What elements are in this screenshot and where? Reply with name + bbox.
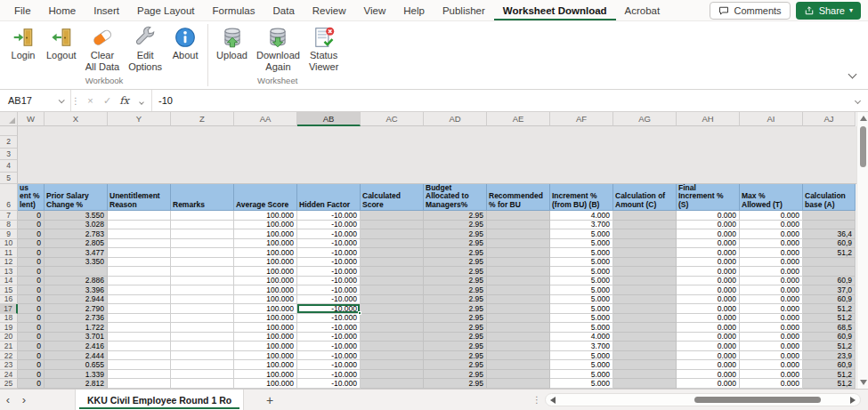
cell-AA7[interactable]: 100.000 bbox=[234, 211, 297, 221]
row-header-21[interactable]: 21 bbox=[0, 342, 18, 351]
cell-AJ23[interactable]: 60,9 bbox=[803, 360, 856, 370]
insert-function-chevron-icon[interactable] bbox=[133, 95, 150, 106]
cell-AF9[interactable]: 5.000 bbox=[550, 229, 613, 239]
cell-AH8[interactable]: 0.000 bbox=[677, 221, 740, 230]
cell-Z11[interactable] bbox=[171, 248, 234, 258]
cell-AJ11[interactable]: 51,2 bbox=[803, 248, 856, 258]
column-header-AC[interactable]: AC bbox=[361, 112, 424, 126]
cell-AF14[interactable]: 5.000 bbox=[550, 277, 613, 286]
cell-AJ21[interactable]: 51,2 bbox=[803, 342, 856, 351]
cell-AG14[interactable] bbox=[613, 277, 677, 286]
cell-AG9[interactable] bbox=[613, 229, 677, 239]
tab-page-layout[interactable]: Page Layout bbox=[128, 0, 204, 20]
cell-X24[interactable]: 1.339 bbox=[45, 370, 108, 380]
edit-button[interactable]: Edit Options bbox=[125, 24, 166, 72]
cell-W12[interactable]: 0 bbox=[18, 258, 45, 268]
ribbon-collapse-chevron-icon[interactable] bbox=[849, 65, 856, 81]
cell-X19[interactable]: 1.722 bbox=[45, 323, 108, 333]
header-cell-AJ[interactable]: Calculation base (A) bbox=[803, 184, 856, 211]
cell-Y13[interactable] bbox=[108, 267, 171, 277]
cell-AG8[interactable] bbox=[613, 221, 677, 230]
cell-AB18[interactable]: -10.000 bbox=[297, 314, 361, 324]
name-box[interactable]: AB17 bbox=[0, 90, 71, 111]
horizontal-scrollbar[interactable] bbox=[545, 393, 861, 406]
tab-file[interactable]: File bbox=[5, 0, 40, 20]
row-header-18[interactable]: 18 bbox=[0, 314, 18, 324]
cell-AI12[interactable]: 0.000 bbox=[740, 258, 803, 268]
column-header-Z[interactable]: Z bbox=[171, 112, 234, 126]
cell-AC19[interactable] bbox=[361, 323, 424, 333]
cell-X10[interactable]: 2.805 bbox=[45, 239, 108, 249]
cell-AH23[interactable]: 0.000 bbox=[677, 360, 740, 370]
cell-X25[interactable]: 2.812 bbox=[45, 379, 108, 389]
cell-AE7[interactable] bbox=[487, 211, 550, 221]
cell-AI25[interactable]: 0.000 bbox=[740, 379, 803, 389]
cell-X8[interactable]: 3.028 bbox=[45, 221, 108, 230]
cell-W10[interactable]: 0 bbox=[18, 239, 45, 249]
cell-AH24[interactable]: 0.000 bbox=[677, 370, 740, 380]
cell-X12[interactable]: 3.350 bbox=[45, 258, 108, 268]
cell-Z13[interactable] bbox=[171, 267, 234, 277]
cell-AD11[interactable]: 2.95 bbox=[424, 248, 487, 258]
vertical-scrollbar[interactable] bbox=[856, 112, 868, 389]
cell-Z9[interactable] bbox=[171, 229, 234, 239]
cell-W23[interactable]: 0 bbox=[18, 360, 45, 370]
about-button[interactable]: About bbox=[167, 24, 203, 61]
tab-formulas[interactable]: Formulas bbox=[204, 0, 264, 20]
cell-AI19[interactable]: 0.000 bbox=[740, 323, 803, 333]
row-header-8[interactable]: 8 bbox=[0, 221, 18, 230]
cell-Z19[interactable] bbox=[171, 323, 234, 333]
cell-AJ14[interactable]: 60,9 bbox=[803, 277, 856, 286]
cell-AA17[interactable]: 100.000 bbox=[234, 304, 297, 314]
cell-Z14[interactable] bbox=[171, 277, 234, 286]
cell-X15[interactable]: 3.396 bbox=[45, 285, 108, 295]
cell-AA12[interactable]: 100.000 bbox=[234, 258, 297, 268]
cell-AH15[interactable]: 0.000 bbox=[677, 285, 740, 295]
cell-AD21[interactable]: 2.95 bbox=[424, 342, 487, 351]
cell-AE20[interactable] bbox=[487, 333, 550, 342]
cell-AA15[interactable]: 100.000 bbox=[234, 285, 297, 295]
next-sheet-button[interactable]: › bbox=[16, 390, 32, 410]
cell-AH17[interactable]: 0.000 bbox=[677, 304, 740, 314]
scroll-up-arrow-icon[interactable] bbox=[860, 116, 867, 121]
cell-AF8[interactable]: 3.700 bbox=[550, 221, 613, 230]
column-header-AI[interactable]: AI bbox=[740, 112, 803, 126]
login-button[interactable]: Login bbox=[5, 24, 41, 61]
tab-view[interactable]: View bbox=[355, 0, 395, 20]
cell-AC13[interactable] bbox=[361, 267, 424, 277]
cell-AA10[interactable]: 100.000 bbox=[234, 239, 297, 249]
row-header-4[interactable]: 4 bbox=[0, 160, 18, 173]
cell-Z23[interactable] bbox=[171, 360, 234, 370]
row-header-9[interactable]: 9 bbox=[0, 229, 18, 239]
cell-AE21[interactable] bbox=[487, 342, 550, 351]
cell-AE18[interactable] bbox=[487, 314, 550, 324]
column-header-AE[interactable]: AE bbox=[487, 112, 550, 126]
cell-AC20[interactable] bbox=[361, 333, 424, 342]
cell-AB10[interactable]: -10.000 bbox=[297, 239, 361, 249]
cell-AA18[interactable]: 100.000 bbox=[234, 314, 297, 324]
cell-AA13[interactable]: 100.000 bbox=[234, 267, 297, 277]
cell-AI21[interactable]: 0.000 bbox=[740, 342, 803, 351]
cell-AD13[interactable]: 2.95 bbox=[424, 267, 487, 277]
cell-Z16[interactable] bbox=[171, 295, 234, 305]
cell-AG18[interactable] bbox=[613, 314, 677, 324]
cell-AJ16[interactable]: 60,9 bbox=[803, 295, 856, 305]
header-cell-AB[interactable]: Hidden Factor bbox=[297, 184, 361, 211]
cell-AD12[interactable]: 2.95 bbox=[424, 258, 487, 268]
cell-AA14[interactable]: 100.000 bbox=[234, 277, 297, 286]
cell-AJ25[interactable]: 51,2 bbox=[803, 379, 856, 389]
cell-AC23[interactable] bbox=[361, 360, 424, 370]
cell-AJ10[interactable]: 60,9 bbox=[803, 239, 856, 249]
cell-Z10[interactable] bbox=[171, 239, 234, 249]
cell-W17[interactable]: 0 bbox=[18, 304, 45, 314]
insert-function-button[interactable]: fx bbox=[116, 94, 133, 107]
cell-AF15[interactable]: 5.000 bbox=[550, 285, 613, 295]
column-header-AH[interactable]: AH bbox=[677, 112, 740, 126]
tab-insert[interactable]: Insert bbox=[85, 0, 128, 20]
cell-AF20[interactable]: 4.000 bbox=[550, 333, 613, 342]
row-header-13[interactable]: 13 bbox=[0, 267, 18, 277]
tab-review[interactable]: Review bbox=[304, 0, 355, 20]
cell-AB9[interactable]: -10.000 bbox=[297, 229, 361, 239]
row-header-2[interactable]: 2 bbox=[0, 136, 18, 149]
upload-button[interactable]: Upload bbox=[213, 24, 251, 61]
